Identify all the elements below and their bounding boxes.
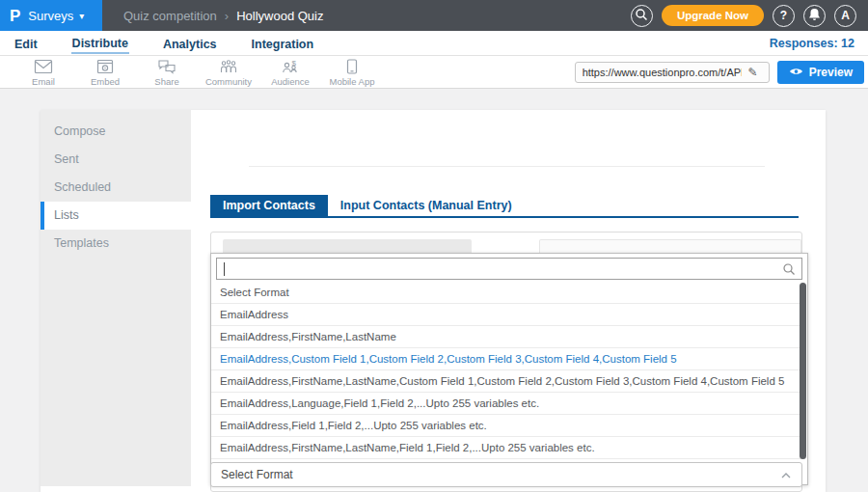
sidebar-item-compose[interactable]: Compose	[41, 118, 191, 146]
survey-url-box: ✎	[575, 62, 770, 83]
edit-url-pencil-icon[interactable]: ✎	[742, 66, 765, 79]
share-icon	[157, 59, 176, 74]
app-screen: P Surveys ▾ Quiz competition › Hollywood…	[0, 0, 868, 492]
nav-item-distribute[interactable]: Distribute	[71, 33, 129, 54]
account-avatar[interactable]: A	[834, 5, 856, 27]
format-search-input[interactable]	[217, 259, 801, 279]
audience-icon: $	[281, 59, 300, 74]
format-option[interactable]: EmailAddress,FirstName,LastName,Custom F…	[211, 370, 801, 393]
lists-panel: Compose Sent Scheduled Lists Templates E…	[41, 110, 826, 492]
survey-nav: Edit Distribute Analytics Integration Re…	[0, 31, 868, 56]
breadcrumb-parent[interactable]: Quiz competition	[123, 9, 217, 23]
distribute-toolbar: Email Embed Share Community $ Audience	[0, 56, 868, 89]
mobile-app-icon	[346, 59, 358, 74]
sidebar-item-sent[interactable]: Sent	[41, 146, 191, 174]
questionpro-logo-icon: P	[10, 8, 20, 24]
format-option[interactable]: EmailAddress,FirstName,LastName	[211, 326, 801, 348]
embed-icon	[96, 59, 114, 74]
format-option[interactable]: EmailAddress,Field 1,Field 2,...Upto 255…	[211, 415, 801, 437]
toolbar-label: Email	[32, 76, 55, 87]
product-name: Surveys	[28, 9, 73, 23]
bell-icon	[808, 8, 821, 24]
avatar-initial: A	[841, 9, 850, 22]
breadcrumb-current: Hollywood Quiz	[236, 9, 323, 23]
eye-icon	[789, 66, 803, 79]
tab-input-contacts[interactable]: Input Contacts (Manual Entry)	[328, 195, 525, 216]
surveys-menu[interactable]: P Surveys ▾	[0, 0, 102, 31]
toolbar-right: ✎ Preview	[575, 61, 868, 84]
community-icon	[219, 59, 238, 74]
contacts-tabs: Import Contacts Input Contacts (Manual E…	[210, 195, 525, 216]
search-icon	[782, 262, 796, 280]
title-divider	[249, 166, 765, 167]
help-button[interactable]: ?	[773, 5, 795, 27]
upgrade-now-button[interactable]: Upgrade Now	[662, 5, 764, 26]
breadcrumb: Quiz competition › Hollywood Quiz	[123, 9, 324, 23]
search-icon	[635, 8, 648, 24]
email-sidebar: Compose Sent Scheduled Lists Templates	[41, 110, 191, 486]
nav-item-integration[interactable]: Integration	[251, 34, 315, 53]
toolbar-label: Community	[205, 76, 252, 87]
sidebar-item-scheduled[interactable]: Scheduled	[41, 174, 191, 202]
toolbar-label: Share	[154, 76, 178, 87]
format-option[interactable]: EmailAddress	[211, 304, 801, 326]
survey-url-input[interactable]	[576, 67, 742, 78]
sidebar-item-lists[interactable]: Lists	[41, 202, 191, 230]
select-format-control[interactable]: Select Format	[210, 462, 802, 487]
format-dropdown-panel: Select Format EmailAddress EmailAddress,…	[210, 253, 808, 485]
format-option[interactable]: EmailAddress,Language,Field 1,Field 2,..…	[211, 393, 801, 415]
email-icon	[34, 59, 53, 74]
tabs-underline	[210, 216, 799, 218]
search-button[interactable]	[631, 5, 653, 27]
responses-count: Responses: 12	[770, 37, 854, 50]
select-format-value: Select Format	[221, 468, 780, 481]
toolbar-label: Audience	[271, 76, 310, 87]
toolbar-item-community[interactable]: Community	[201, 57, 257, 87]
nav-item-edit[interactable]: Edit	[14, 34, 39, 53]
text-caret	[224, 262, 225, 276]
breadcrumb-separator: ›	[225, 9, 229, 23]
dropdown-scrollbar[interactable]	[800, 283, 806, 459]
notifications-button[interactable]	[803, 5, 826, 27]
format-option[interactable]: Select Format	[211, 282, 801, 304]
format-options-list: Select Format EmailAddress EmailAddress,…	[211, 282, 801, 481]
toolbar-item-share[interactable]: Share	[139, 57, 195, 87]
nav-item-analytics[interactable]: Analytics	[162, 34, 218, 53]
toolbar-item-embed[interactable]: Embed	[77, 57, 133, 87]
preview-label: Preview	[809, 66, 853, 79]
toolbar-item-email[interactable]: Email	[15, 57, 71, 87]
top-bar: P Surveys ▾ Quiz competition › Hollywood…	[0, 0, 868, 31]
chevron-up-icon	[780, 466, 792, 483]
format-option[interactable]: EmailAddress,FirstName,LastName,Field 1,…	[211, 437, 801, 459]
sidebar-item-templates[interactable]: Templates	[41, 230, 191, 258]
tab-import-contacts[interactable]: Import Contacts	[210, 195, 328, 216]
toolbar-item-audience[interactable]: $ Audience	[262, 57, 318, 87]
format-option-highlighted[interactable]: EmailAddress,Custom Field 1,Custom Field…	[211, 348, 801, 370]
toolbar-label: Mobile App	[329, 76, 374, 87]
topbar-actions: Upgrade Now ? A	[631, 5, 868, 27]
toolbar-item-mobile-app[interactable]: Mobile App	[324, 57, 380, 87]
preview-button[interactable]: Preview	[777, 61, 864, 84]
toolbar-label: Embed	[91, 76, 120, 87]
chevron-down-icon: ▾	[79, 11, 84, 21]
question-mark-icon: ?	[780, 9, 787, 22]
format-search-box	[216, 258, 802, 280]
